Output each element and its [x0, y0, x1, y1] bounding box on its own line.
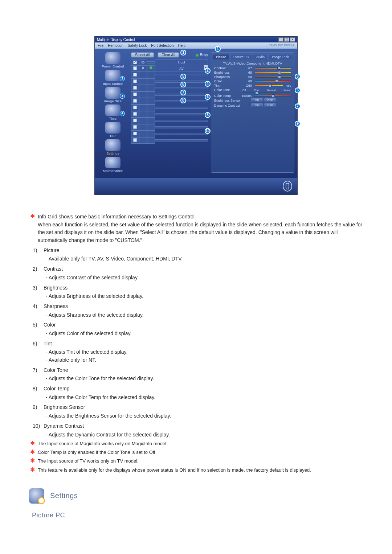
- col-head-id: ID: [139, 59, 147, 65]
- row-checkbox[interactable]: [133, 106, 137, 109]
- minimize-button[interactable]: _: [278, 37, 283, 42]
- menu-safety-lock[interactable]: Safety Lock: [128, 44, 147, 48]
- dcontrast-on[interactable]: ON: [251, 103, 263, 108]
- grid-toolbar: Select All Clear All Busy: [131, 52, 208, 58]
- doc-item: 9)Brightness Sensor - Adjusts the Bright…: [29, 403, 363, 420]
- tone-opt-warm: Warm: [284, 89, 290, 91]
- callout-badge: 10: [205, 128, 211, 134]
- doc-num: 8): [33, 385, 42, 393]
- bsensor-label: Brightness Sensor: [214, 99, 249, 102]
- dcontrast-off[interactable]: OFF: [264, 103, 276, 108]
- doc-item: 3)Brightness - Adjusts Brightness of the…: [29, 284, 363, 300]
- row-checkbox[interactable]: [133, 79, 137, 83]
- callout-badge: 2: [205, 68, 211, 74]
- doc-title: Contrast: [44, 265, 63, 273]
- table-row[interactable]: [131, 85, 208, 91]
- contrast-slider[interactable]: [255, 67, 291, 69]
- doc-note-text: The Input source of TV works only on TV …: [38, 457, 139, 465]
- sidebar-item-maintenance[interactable]: Maintenance: [99, 157, 127, 173]
- row-checkbox[interactable]: [133, 119, 137, 122]
- doc-detail: - Adjusts the Color Tone for the selecte…: [46, 375, 363, 383]
- tab-picture-pc[interactable]: Picture PC: [230, 54, 252, 59]
- row-checkbox[interactable]: [133, 138, 137, 142]
- table-row[interactable]: [131, 78, 208, 85]
- color-slider[interactable]: [255, 81, 291, 82]
- callout-badge: 7: [180, 90, 186, 95]
- bsensor-on[interactable]: ON: [251, 98, 263, 103]
- table-row[interactable]: [131, 104, 208, 111]
- sharpness-slider[interactable]: [255, 76, 291, 78]
- row-checkbox[interactable]: [133, 73, 137, 77]
- doc-item: 6)Tint - Adjusts Tint of the selected di…: [29, 340, 363, 364]
- header-checkbox[interactable]: [133, 61, 137, 64]
- bsensor-toggle[interactable]: ON OFF: [251, 98, 276, 103]
- doc-note-text: The Input source of MagicInfo works only…: [38, 440, 168, 447]
- row-checkbox[interactable]: [133, 86, 137, 90]
- contrast-value: 67: [242, 66, 253, 70]
- sidebar-item-settings[interactable]: Settings: [99, 139, 127, 155]
- tab-image-lock[interactable]: Image Lock: [269, 54, 292, 59]
- tab-audio[interactable]: Audio: [253, 54, 268, 59]
- table-row[interactable]: 0 AV: [131, 65, 208, 72]
- row-checkbox[interactable]: [133, 93, 137, 96]
- bsensor-off[interactable]: OFF: [264, 98, 276, 103]
- doc-num: 7): [33, 366, 42, 374]
- brand-label: SAMSUNG DIGITall: [269, 44, 294, 48]
- section-title: Settings: [50, 492, 78, 500]
- row-id: 0: [139, 65, 147, 72]
- sidebar-item-input-source[interactable]: Input Source 2: [99, 70, 127, 86]
- grid-table: ID Input 0 AV: [131, 59, 208, 144]
- sidebar-item-pip[interactable]: PIP: [99, 122, 127, 138]
- table-row[interactable]: [131, 91, 208, 98]
- row-checkbox[interactable]: [133, 99, 137, 103]
- row-checkbox[interactable]: [133, 112, 137, 116]
- clear-all-button[interactable]: Clear All: [158, 52, 179, 58]
- table-row[interactable]: [131, 98, 208, 104]
- row-checkbox[interactable]: [133, 132, 137, 135]
- window-title: Multiple Display Control: [97, 38, 135, 42]
- doc-num: 10): [33, 422, 42, 430]
- close-button[interactable]: ×: [290, 37, 295, 42]
- table-row[interactable]: [131, 137, 208, 144]
- maximize-button[interactable]: □: [284, 37, 289, 42]
- menu-port-selection[interactable]: Port Selection: [151, 44, 173, 48]
- doc-detail: - Adjusts Contrast of the selected displ…: [46, 274, 363, 282]
- table-row[interactable]: [131, 118, 208, 124]
- doc-detail: - Adjusts the Dynamic Contrast for the s…: [46, 431, 363, 439]
- menu-file[interactable]: File: [98, 44, 103, 48]
- table-row[interactable]: [131, 111, 208, 118]
- sidebar-item-power-control[interactable]: Power Control: [99, 52, 127, 68]
- callout-badge: 1: [180, 50, 186, 56]
- sidebar: Power Control Input Source 2 Image Size …: [98, 52, 128, 173]
- busy-dot-icon: [196, 54, 199, 57]
- callout-badge: 8: [180, 98, 186, 103]
- table-row[interactable]: [131, 124, 208, 131]
- doc-title: Picture: [44, 247, 60, 255]
- doc-num: 6): [33, 340, 42, 348]
- menu-help[interactable]: Help: [178, 44, 185, 48]
- callout-badge: 6: [180, 82, 186, 87]
- time-icon: [105, 104, 121, 116]
- select-all-button[interactable]: Select All: [131, 52, 154, 58]
- doc-note-text: Color Temp is only enabled if the Color …: [38, 449, 156, 456]
- sidebar-item-time[interactable]: Time 4: [99, 104, 127, 120]
- row-checkbox[interactable]: [133, 125, 137, 129]
- table-row[interactable]: [131, 131, 208, 137]
- table-row[interactable]: [131, 72, 208, 78]
- doc-item: 8)Color Temp - Adjusts the Color Temp fo…: [29, 385, 363, 401]
- color-temp-slider[interactable]: [254, 95, 291, 97]
- row-color-tone: Color Tone Off Cool Normal Warm: [213, 88, 293, 94]
- sidebar-item-image-size[interactable]: Image Size 3: [99, 87, 127, 103]
- color-tone-slider[interactable]: [242, 93, 290, 93]
- brightness-label: Brightness: [214, 71, 240, 74]
- dcontrast-toggle[interactable]: ON OFF: [251, 103, 276, 108]
- pip-icon: [105, 122, 121, 134]
- menu-remocon[interactable]: Remocon: [108, 44, 123, 48]
- brightness-slider[interactable]: [255, 72, 291, 73]
- callout-badge: 1: [215, 46, 221, 52]
- tab-picture[interactable]: Picture: [213, 54, 229, 59]
- row-checkbox[interactable]: [133, 66, 137, 70]
- doc-item: 2)Contrast - Adjusts Contrast of the sel…: [29, 265, 363, 282]
- tint-slider[interactable]: [255, 85, 283, 86]
- star-icon: ✱: [29, 457, 36, 464]
